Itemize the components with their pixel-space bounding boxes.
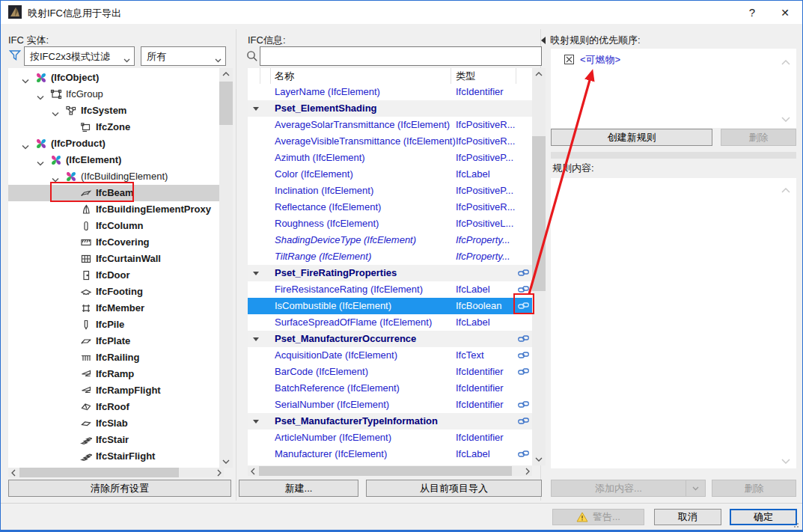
- scroll-up-icon[interactable]: [781, 56, 790, 67]
- chevron-expand-icon[interactable]: [37, 157, 46, 164]
- scrollbar-thumb[interactable]: [219, 82, 233, 125]
- scroll-right-icon[interactable]: [214, 468, 224, 477]
- scrollbar-thumb[interactable]: [532, 136, 546, 291]
- cancel-button[interactable]: 取消: [654, 509, 721, 525]
- table-row-layername[interactable]: LayerName (IfcElement)IfcIdentifier: [248, 84, 532, 100]
- scroll-down-icon[interactable]: [781, 113, 790, 124]
- table-row-averagevisibletransmittance[interactable]: AverageVisibleTransmittance (IfcElement)…: [248, 133, 532, 150]
- rule-checkbox-icon[interactable]: [564, 55, 574, 64]
- clear-all-settings-button[interactable]: 清除所有设置: [8, 480, 231, 497]
- add-content-button[interactable]: 添加内容...: [551, 480, 706, 497]
- tree-item-ifcroof[interactable]: IfcRoof: [8, 399, 219, 415]
- rule-content-area[interactable]: [551, 178, 796, 468]
- triangle-collapse-icon[interactable]: [253, 420, 259, 424]
- filter-scheme-select[interactable]: 按IFC2x3模式过滤: [24, 46, 135, 66]
- table-row-tiltrange[interactable]: TiltRange (IfcElement)IfcProperty...: [248, 248, 532, 265]
- triangle-collapse-icon[interactable]: [253, 107, 259, 111]
- list-horizontal-scrollbar[interactable]: [551, 152, 796, 159]
- tree-item-ifcrailing[interactable]: IfcRailing: [8, 349, 219, 366]
- search-input[interactable]: [260, 46, 542, 66]
- scrollbar-thumb[interactable]: [19, 468, 179, 477]
- table-row-color[interactable]: Color (IfcElement)IfcLabel: [248, 166, 532, 183]
- mapping-link-icon[interactable]: [518, 269, 529, 278]
- ok-button[interactable]: 确定: [730, 509, 797, 525]
- tree-item-ifcmember[interactable]: IfcMember: [8, 300, 219, 317]
- table-row-azimuth[interactable]: Azimuth (IfcElement)IfcPositiveP...: [248, 150, 532, 166]
- delete-content-button[interactable]: 删除: [712, 480, 796, 497]
- close-button[interactable]: ✕: [776, 4, 794, 21]
- table-row-iscombustible[interactable]: IsCombustible (IfcElement)IfcBoolean: [248, 298, 532, 314]
- resize-grip[interactable]: [797, 526, 799, 528]
- rule-priority-list[interactable]: <可燃物>: [551, 49, 796, 128]
- create-new-rule-button[interactable]: 创建新规则: [551, 129, 712, 146]
- tree-vertical-scrollbar[interactable]: [219, 68, 233, 468]
- tree-item-ifcgroup[interactable]: IfcGroup: [8, 86, 219, 103]
- table-row-fireresistancerating[interactable]: FireResistanceRating (IfcElement)IfcLabe…: [248, 281, 532, 298]
- scroll-down-icon[interactable]: [219, 456, 233, 468]
- mapping-link-icon[interactable]: [518, 450, 529, 459]
- help-button[interactable]: ?: [743, 4, 761, 21]
- table-row-averagesolartransmittance[interactable]: AverageSolarTransmittance (IfcElement)If…: [248, 117, 532, 133]
- tree-item-ifczone[interactable]: IfcZone: [8, 119, 219, 135]
- table-row-roughness[interactable]: Roughness (IfcElement)IfcPositiveL...: [248, 215, 532, 232]
- tree-item-ifccolumn[interactable]: IfcColumn: [8, 218, 219, 234]
- table-row-pset_elementshading[interactable]: Pset_ElementShading: [248, 100, 532, 117]
- tree-item-ifcsystem[interactable]: IfcSystem: [8, 103, 219, 119]
- tree-item-ifcbuildingelement[interactable]: (IfcBuildingElement): [8, 168, 219, 185]
- table-row-manufacturer[interactable]: Manufacturer (IfcElement)IfcLabel: [248, 446, 532, 462]
- tree-item-ifcbeam[interactable]: IfcBeam: [8, 185, 219, 201]
- triangle-collapse-icon[interactable]: [253, 272, 259, 275]
- table-row-serialnumber[interactable]: SerialNumber (IfcElement)IfcIdentifier: [248, 397, 532, 413]
- scroll-down-icon[interactable]: [532, 453, 546, 465]
- table-horizontal-scrollbar[interactable]: [248, 466, 532, 476]
- tree-item-ifcbuildingelementproxy[interactable]: IfcBuildingElementProxy: [8, 201, 219, 218]
- table-row-pset_manufactureroccurrence[interactable]: Pset_ManufacturerOccurrence: [248, 331, 532, 347]
- table-row-surfacespreadofflame[interactable]: SurfaceSpreadOfFlame (IfcElement)IfcLabe…: [248, 314, 532, 331]
- scroll-up-icon[interactable]: [219, 68, 233, 80]
- mapping-link-icon[interactable]: [518, 400, 529, 409]
- rule-item-label[interactable]: <可燃物>: [580, 53, 620, 67]
- tree-item-ifcobject[interactable]: (IfcObject): [8, 70, 219, 86]
- chevron-expand-icon[interactable]: [22, 141, 31, 147]
- table-row-pset_fireratingproperties[interactable]: Pset_FireRatingProperties: [248, 265, 532, 281]
- mapping-link-icon[interactable]: [518, 417, 529, 426]
- tree-item-ifccurtainwall[interactable]: IfcCurtainWall: [8, 251, 219, 267]
- scroll-up-icon[interactable]: [532, 68, 546, 80]
- scroll-right-icon[interactable]: [522, 466, 532, 476]
- chevron-expand-icon[interactable]: [37, 91, 46, 98]
- tree-item-ifcslab[interactable]: IfcSlab: [8, 415, 219, 432]
- tree-item-ifcramp[interactable]: IfcRamp: [8, 366, 219, 382]
- mapping-link-icon[interactable]: [518, 302, 529, 311]
- import-from-project-button[interactable]: 从目前项目导入: [366, 480, 542, 497]
- mapping-link-icon[interactable]: [518, 351, 529, 360]
- table-row-articlenumber[interactable]: ArticleNumber (IfcElement)IfcIdentifier: [248, 429, 532, 446]
- table-row-acquisitiondate[interactable]: AcquisitionDate (IfcElement)IfcText: [248, 347, 532, 364]
- new-button[interactable]: 新建...: [239, 480, 358, 497]
- tree-item-ifcfooting[interactable]: IfcFooting: [8, 284, 219, 300]
- warnings-button[interactable]: 警告...: [552, 509, 644, 525]
- mapping-link-icon[interactable]: [518, 367, 529, 376]
- table-vertical-scrollbar[interactable]: [532, 68, 546, 465]
- chevron-expand-icon[interactable]: [52, 108, 61, 114]
- tree-item-ifcplate[interactable]: IfcPlate: [8, 333, 219, 349]
- filter-scope-select[interactable]: 所有: [141, 46, 226, 66]
- tree-item-ifcelement[interactable]: (IfcElement): [8, 152, 219, 168]
- scroll-down-icon[interactable]: [781, 455, 790, 466]
- mapping-link-icon[interactable]: [518, 285, 529, 294]
- scrollbar-thumb[interactable]: [259, 466, 512, 476]
- column-header-name[interactable]: 名称: [275, 70, 294, 83]
- triangle-collapse-icon[interactable]: [253, 337, 259, 341]
- tree-item-ifcstair[interactable]: IfcStair: [8, 432, 219, 448]
- collapse-panel-icon[interactable]: [541, 37, 546, 44]
- tree-item-ifcproduct[interactable]: (IfcProduct): [8, 135, 219, 152]
- chevron-expand-icon[interactable]: [52, 174, 61, 180]
- chevron-down-icon[interactable]: [686, 480, 705, 496]
- column-header-type[interactable]: 类型: [456, 70, 475, 83]
- tree-item-ifcrampflight[interactable]: IfcRampFlight: [8, 382, 219, 399]
- mapping-link-icon[interactable]: [518, 334, 529, 343]
- table-row-pset_manufacturertypeinformation[interactable]: Pset_ManufacturerTypeInformation: [248, 413, 532, 429]
- table-row-shadingdevicetype[interactable]: ShadingDeviceType (IfcElement)IfcPropert…: [248, 232, 532, 248]
- scroll-up-icon[interactable]: [781, 184, 790, 195]
- scroll-left-icon[interactable]: [8, 468, 18, 477]
- table-row-barcode[interactable]: BarCode (IfcElement)IfcIdentifier: [248, 364, 532, 380]
